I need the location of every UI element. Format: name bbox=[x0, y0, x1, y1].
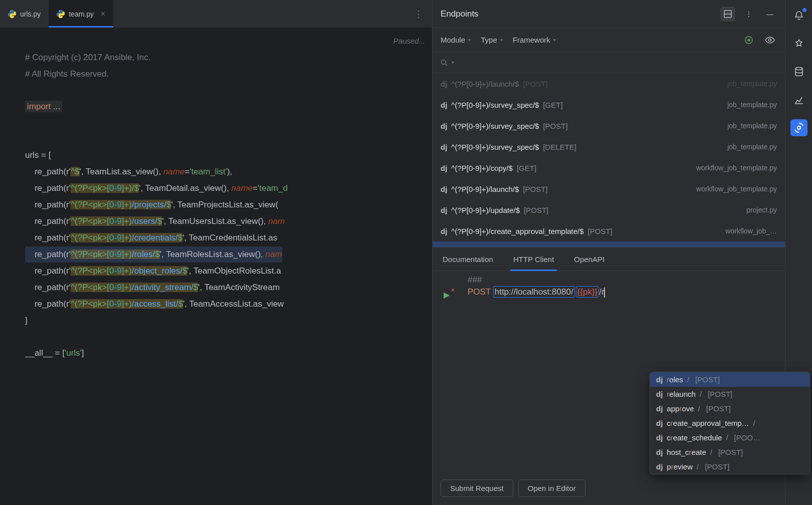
endpoint-row[interactable]: dj^(?P[0-9]+)/roles/$ [POST]team.py bbox=[433, 241, 785, 247]
run-icon[interactable]: ▶ bbox=[444, 290, 450, 300]
endpoint-file: job_template.py bbox=[727, 80, 777, 88]
minimize-icon[interactable]: — bbox=[763, 7, 777, 21]
endpoint-path: ^(?P[0-9]+)/launch/$ bbox=[451, 80, 519, 88]
editor[interactable]: Paused...# Copyright (c) 2017 Ansible, I… bbox=[0, 28, 432, 505]
panel-title: Endpoints bbox=[441, 9, 721, 19]
tab-label: urls.py bbox=[20, 10, 41, 18]
filter-bar: Module▾ Type▾ Framework▾ bbox=[433, 28, 785, 52]
http-separator: ### bbox=[468, 275, 777, 285]
dj-badge: dj bbox=[441, 206, 447, 214]
tab-team[interactable]: team.py × bbox=[49, 0, 113, 28]
dj-badge: dj bbox=[441, 227, 447, 235]
endpoints-icon[interactable] bbox=[790, 119, 807, 136]
chevron-down-icon: ▾ bbox=[500, 37, 503, 43]
endpoint-path: ^(?P[0-9]+)/create_approval_template/$ bbox=[451, 227, 583, 235]
dj-badge: dj bbox=[441, 164, 447, 172]
endpoint-row[interactable]: dj^(?P[0-9]+)/launch/$ [POST]workflow_jo… bbox=[433, 178, 785, 199]
open-editor-button[interactable]: Open in Editor bbox=[518, 479, 585, 497]
autocomplete-item[interactable]: djapprove/[POST] bbox=[650, 401, 809, 416]
gutter bbox=[0, 28, 25, 505]
http-client-area[interactable]: ▶ ✕ ### POST http://localhost:8080/{{pk}… bbox=[433, 271, 785, 306]
svg-point-12 bbox=[797, 126, 800, 129]
tab-urls[interactable]: urls.py bbox=[0, 0, 49, 28]
endpoint-row[interactable]: dj^(?P[0-9]+)/survey_spec/$ [GET]job_tem… bbox=[433, 94, 785, 115]
endpoint-file: workflow_job_… bbox=[725, 227, 777, 235]
tab-openapi[interactable]: OpenAPI bbox=[564, 247, 615, 271]
endpoint-row[interactable]: dj^(?P[0-9]+)/launch/$ [POST]job_templat… bbox=[433, 73, 785, 94]
eye-icon[interactable] bbox=[763, 33, 777, 47]
endpoint-method: [GET] bbox=[543, 101, 562, 109]
tabs-bar: urls.py team.py × ⋮ bbox=[0, 0, 432, 28]
endpoint-file: workflow_job_template.py bbox=[696, 164, 777, 172]
endpoint-row[interactable]: dj^(?P[0-9]+)/survey_spec/$ [DELETE]job_… bbox=[433, 136, 785, 157]
endpoint-path: ^(?P[0-9]+)/update/$ bbox=[451, 206, 520, 214]
sub-tabs: Documentation HTTP Client OpenAPI bbox=[433, 247, 785, 271]
endpoint-file: workflow_job_template.py bbox=[696, 185, 777, 193]
chevron-down-icon[interactable]: ▾ bbox=[452, 60, 454, 65]
tab-label: team.py bbox=[69, 10, 94, 18]
tab-http-client[interactable]: HTTP Client bbox=[503, 247, 564, 271]
endpoint-method: [POST] bbox=[523, 185, 547, 193]
tab-documentation[interactable]: Documentation bbox=[433, 247, 503, 271]
dj-badge: dj bbox=[441, 185, 447, 193]
endpoint-row[interactable]: dj^(?P[0-9]+)/update/$ [POST]project.py bbox=[433, 199, 785, 220]
close-icon[interactable]: × bbox=[101, 10, 105, 19]
endpoint-row[interactable]: dj^(?P[0-9]+)/survey_spec/$ [POST]job_te… bbox=[433, 115, 785, 136]
endpoint-path: ^(?P[0-9]+)/survey_spec/$ bbox=[451, 101, 539, 109]
chart-icon[interactable] bbox=[790, 91, 807, 108]
autocomplete-item[interactable]: djpreview/[POST] bbox=[650, 459, 809, 474]
database-icon[interactable] bbox=[790, 63, 807, 80]
more-icon[interactable]: ⋮ bbox=[414, 9, 424, 20]
svg-point-7 bbox=[748, 39, 750, 41]
search-bar[interactable]: ▾ bbox=[433, 52, 785, 73]
openapi-icon[interactable] bbox=[742, 33, 756, 47]
autocomplete-item[interactable]: djcreate_schedule/[POO… bbox=[650, 430, 809, 445]
filter-framework[interactable]: Framework▾ bbox=[513, 36, 556, 44]
svg-point-3 bbox=[62, 17, 63, 18]
endpoint-method: [DELETE] bbox=[543, 143, 576, 151]
svg-point-2 bbox=[59, 11, 60, 12]
comment: # All Rights Reserved. bbox=[25, 69, 109, 79]
bell-icon[interactable] bbox=[790, 7, 807, 24]
endpoint-file: job_template.py bbox=[727, 101, 777, 109]
endpoint-path: ^(?P[0-9]+)/survey_spec/$ bbox=[451, 122, 539, 130]
endpoint-row[interactable]: dj^(?P[0-9]+)/create_approval_template/$… bbox=[433, 220, 785, 241]
dj-badge: dj bbox=[441, 143, 447, 151]
http-url-host[interactable]: http://localhost:8080/ bbox=[493, 286, 575, 298]
chevron-down-icon: ▾ bbox=[553, 37, 556, 43]
endpoint-path: ^(?P[0-9]+)/launch/$ bbox=[451, 185, 519, 193]
endpoint-path: ^(?P[0-9]+)/copy/$ bbox=[451, 164, 513, 172]
endpoint-method: [POST] bbox=[543, 122, 567, 130]
layout-icon[interactable] bbox=[721, 7, 735, 21]
button-row: Submit Request Open in Editor bbox=[433, 479, 785, 505]
autocomplete-item[interactable]: djhost_create/[POST] bbox=[650, 445, 809, 459]
svg-point-9 bbox=[442, 60, 446, 64]
ai-icon[interactable] bbox=[790, 35, 807, 52]
autocomplete-item[interactable]: djrelaunch/[POST] bbox=[650, 387, 809, 401]
svg-point-1 bbox=[13, 17, 14, 18]
endpoint-method: [POST] bbox=[523, 80, 547, 88]
autocomplete-item[interactable]: djcreate_approval_temp…/ bbox=[650, 416, 809, 430]
endpoint-method: [POST] bbox=[524, 206, 548, 214]
dj-badge: dj bbox=[441, 122, 447, 130]
autocomplete-item[interactable]: djroles/[POST] bbox=[650, 372, 809, 387]
endpoint-method: [POST] bbox=[588, 227, 613, 235]
filter-type[interactable]: Type▾ bbox=[481, 36, 503, 44]
code-area[interactable]: Paused...# Copyright (c) 2017 Ansible, I… bbox=[25, 28, 432, 505]
endpoint-method: [GET] bbox=[517, 164, 536, 172]
endpoint-path: ^(?P[0-9]+)/survey_spec/$ bbox=[451, 143, 539, 151]
dj-badge: dj bbox=[441, 80, 447, 88]
dj-badge: dj bbox=[441, 101, 447, 109]
endpoint-file: project.py bbox=[746, 206, 777, 214]
http-method: POST bbox=[468, 287, 491, 297]
python-icon bbox=[57, 10, 65, 18]
filter-module[interactable]: Module▾ bbox=[441, 36, 471, 44]
svg-line-10 bbox=[446, 64, 447, 66]
paused-label: Paused... bbox=[393, 33, 425, 49]
submit-button[interactable]: Submit Request bbox=[441, 479, 513, 497]
endpoint-row[interactable]: dj^(?P[0-9]+)/copy/$ [GET]workflow_job_t… bbox=[433, 157, 785, 178]
http-url-param[interactable]: {{pk}} bbox=[576, 286, 599, 298]
autocomplete-popup: djroles/[POST]djrelaunch/[POST]djapprove… bbox=[650, 372, 810, 474]
more-icon[interactable]: ⋮ bbox=[742, 7, 756, 21]
svg-point-11 bbox=[795, 68, 802, 70]
